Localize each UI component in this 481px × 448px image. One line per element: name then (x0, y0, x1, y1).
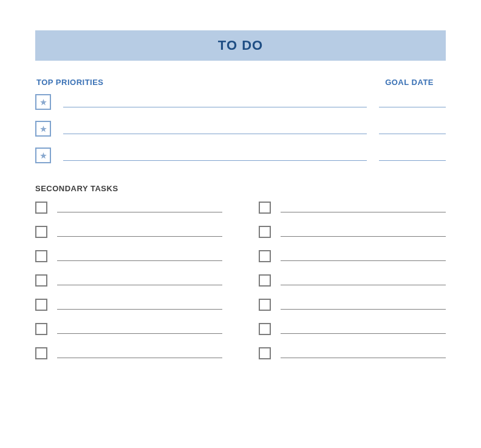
priority-row (35, 121, 446, 134)
secondary-input[interactable] (57, 299, 222, 310)
secondary-input[interactable] (281, 202, 446, 212)
priorities-section (35, 94, 446, 161)
checkbox[interactable] (259, 226, 271, 238)
secondary-input[interactable] (57, 202, 222, 212)
priority-row (35, 148, 446, 161)
secondary-input[interactable] (281, 323, 446, 334)
checkbox[interactable] (35, 202, 47, 214)
checkbox[interactable] (35, 274, 47, 287)
checkbox[interactable] (35, 299, 47, 311)
checkbox[interactable] (259, 323, 271, 335)
secondary-row (35, 274, 222, 285)
secondary-input[interactable] (281, 226, 446, 237)
priority-input[interactable] (63, 95, 367, 107)
secondary-row (259, 202, 446, 212)
priority-input[interactable] (63, 122, 367, 134)
top-priorities-label: TOP PRIORITIES (36, 78, 104, 87)
secondary-row (35, 202, 222, 212)
secondary-input[interactable] (281, 347, 446, 358)
goal-date-input[interactable] (379, 122, 446, 134)
checkbox[interactable] (259, 250, 271, 262)
goal-date-input[interactable] (379, 149, 446, 161)
checkbox[interactable] (35, 226, 47, 238)
secondary-row (35, 347, 222, 358)
headers-row: TOP PRIORITIES GOAL DATE (35, 78, 446, 87)
secondary-row (35, 323, 222, 334)
secondary-input[interactable] (57, 347, 222, 358)
checkbox[interactable] (35, 347, 47, 359)
checkbox[interactable] (259, 299, 271, 311)
secondary-input[interactable] (57, 226, 222, 237)
secondary-row (259, 323, 446, 334)
secondary-tasks-section (35, 202, 446, 358)
page-title: TO DO (35, 30, 446, 61)
priority-row (35, 94, 446, 107)
star-icon[interactable] (35, 148, 51, 163)
secondary-input[interactable] (281, 250, 446, 261)
secondary-row (35, 250, 222, 261)
secondary-row (259, 347, 446, 358)
secondary-input[interactable] (281, 274, 446, 285)
secondary-row (259, 299, 446, 310)
star-icon[interactable] (35, 121, 51, 137)
star-icon[interactable] (35, 94, 51, 110)
secondary-input[interactable] (281, 299, 446, 310)
secondary-row (35, 226, 222, 237)
secondary-row (259, 226, 446, 237)
checkbox[interactable] (259, 274, 271, 287)
secondary-tasks-label: SECONDARY TASKS (35, 184, 446, 193)
checkbox[interactable] (35, 323, 47, 335)
secondary-row (259, 250, 446, 261)
goal-date-input[interactable] (379, 95, 446, 107)
priority-input[interactable] (63, 149, 367, 161)
checkbox[interactable] (35, 250, 47, 262)
secondary-input[interactable] (57, 274, 222, 285)
goal-date-label: GOAL DATE (385, 78, 434, 87)
secondary-input[interactable] (57, 323, 222, 334)
secondary-row (35, 299, 222, 310)
secondary-input[interactable] (57, 250, 222, 261)
secondary-row (259, 274, 446, 285)
checkbox[interactable] (259, 202, 271, 214)
checkbox[interactable] (259, 347, 271, 359)
